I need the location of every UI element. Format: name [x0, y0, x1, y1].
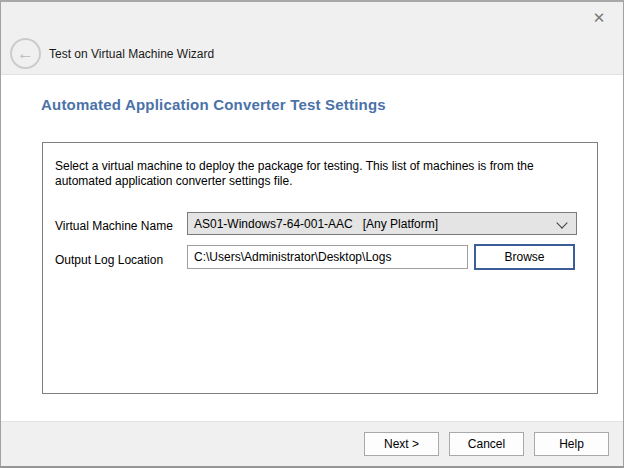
browse-button[interactable]: Browse: [474, 244, 575, 270]
wizard-title: Test on Virtual Machine Wizard: [49, 47, 214, 61]
wizard-header: ← Test on Virtual Machine Wizard: [1, 2, 623, 75]
help-button[interactable]: Help: [534, 432, 609, 456]
chevron-down-icon: [556, 217, 567, 228]
back-button[interactable]: ←: [10, 38, 41, 69]
vm-name-label: Virtual Machine Name: [55, 219, 173, 233]
page-heading: Automated Application Converter Test Set…: [41, 96, 386, 113]
vm-name-dropdown[interactable]: AS01-Windows7-64-001-AAC [Any Platform]: [187, 212, 577, 235]
log-location-input[interactable]: [187, 245, 468, 269]
settings-groupbox: Select a virtual machine to deploy the p…: [42, 142, 598, 394]
wizard-window: ← Test on Virtual Machine Wizard ✕ Autom…: [0, 0, 624, 468]
log-location-label: Output Log Location: [55, 253, 163, 267]
back-arrow-icon: ←: [17, 44, 34, 63]
description-text: Select a virtual machine to deploy the p…: [55, 159, 577, 189]
footer-bar: Next > Cancel Help: [1, 421, 623, 466]
close-button[interactable]: ✕: [587, 6, 611, 30]
next-button[interactable]: Next >: [364, 432, 439, 456]
cancel-button[interactable]: Cancel: [449, 432, 524, 456]
vm-name-selected-value: AS01-Windows7-64-001-AAC [Any Platform]: [188, 217, 438, 231]
close-icon: ✕: [593, 9, 606, 26]
